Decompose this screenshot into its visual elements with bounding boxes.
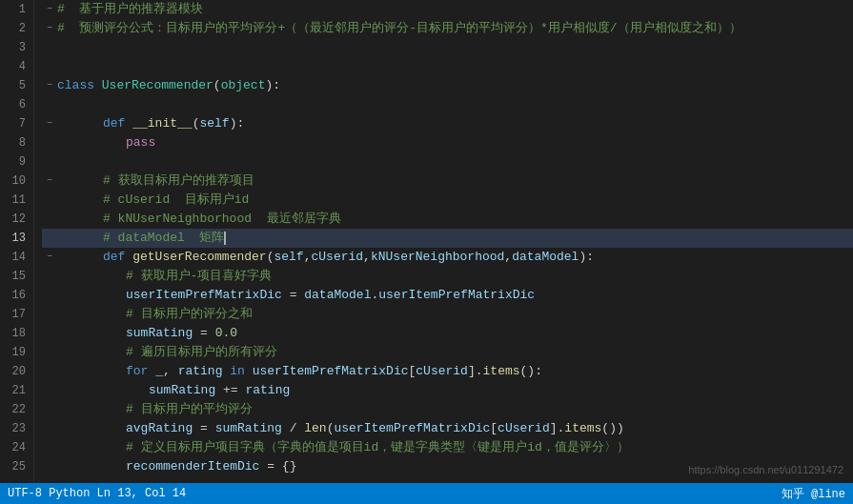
line-number-13: 13 <box>8 229 26 248</box>
code-line-12: # kNUserNeighborhood 最近邻居字典 <box>42 210 853 229</box>
watermark: https://blog.csdn.net/u011291472 <box>688 464 843 475</box>
code-line-15: # 获取用户-项目喜好字典 <box>42 267 853 286</box>
line-number-12: 12 <box>8 210 26 229</box>
code-content[interactable]: −# 基于用户的推荐器模块−# 预测评分公式：目标用户的平均评分+（（最近邻用户… <box>34 0 853 483</box>
token-fn: items <box>564 419 601 438</box>
code-line-24: # 定义目标用户项目字典（字典的值是项目id，键是字典类型〈键是用户id，值是评… <box>42 438 853 457</box>
line-number-2: 2 <box>8 19 26 38</box>
token-param: dataModel <box>512 248 579 267</box>
token-var: cUserid <box>498 419 550 438</box>
code-line-6 <box>42 95 853 114</box>
token-plain: , <box>363 248 371 267</box>
token-param: self <box>199 114 229 133</box>
token-num: 0.0 <box>215 324 237 343</box>
token-cm: # dataModel 矩阵 <box>103 229 224 248</box>
token-fn: __init__ <box>132 114 192 133</box>
token-cm: # kNUserNeighborhood 最近邻居字典 <box>103 210 341 229</box>
code-line-4 <box>42 57 853 76</box>
token-plain: ]. <box>468 362 483 381</box>
token-var: userItemPrefMatrixDic <box>253 362 409 381</box>
token-var: rating <box>245 381 290 400</box>
code-line-14: −def getUserRecommender(self,cUserid,kNU… <box>42 248 853 267</box>
token-var: avgRating <box>126 419 193 438</box>
token-plain: = <box>282 286 304 305</box>
token-kw: class <box>57 76 102 95</box>
status-left: UTF-8 Python Ln 13, Col 14 <box>8 487 186 500</box>
fold-gutter-2[interactable]: − <box>42 19 57 38</box>
status-bar: UTF-8 Python Ln 13, Col 14 知乎 @line <box>0 483 853 504</box>
code-line-21: sumRating += rating <box>42 381 853 400</box>
code-area: 1234567891011121314151617181920212223242… <box>0 0 853 483</box>
token-cm: # 遍历目标用户的所有评分 <box>126 343 277 362</box>
token-plain: [ <box>409 362 416 381</box>
token-plain: , <box>504 248 512 267</box>
token-cm: # 预测评分公式：目标用户的平均评分+（（最近邻用户的评分-目标用户的平均评分）… <box>57 19 741 38</box>
token-plain: ]. <box>550 419 565 438</box>
fold-gutter-1[interactable]: − <box>42 0 57 19</box>
token-plain: , <box>304 248 312 267</box>
token-param: cUserid <box>312 248 364 267</box>
token-var: dataModel <box>304 286 371 305</box>
token-param: self <box>274 248 303 267</box>
code-line-5: −class UserRecommender(object): <box>42 76 853 95</box>
line-number-19: 19 <box>8 343 26 362</box>
token-plain: ): <box>230 114 245 133</box>
fold-gutter-10[interactable]: − <box>42 171 57 191</box>
line-number-24: 24 <box>8 438 26 457</box>
token-plain: ( <box>213 76 221 95</box>
fold-gutter-14[interactable]: − <box>42 248 57 267</box>
fold-gutter-7[interactable]: − <box>42 114 57 133</box>
token-plain: += <box>215 381 245 400</box>
line-number-5: 5 <box>8 76 26 95</box>
line-number-23: 23 <box>8 419 26 438</box>
token-cm: # 基于用户的推荐器模块 <box>57 0 203 19</box>
token-plain: ): <box>265 76 280 95</box>
token-kw2: pass <box>126 133 155 152</box>
code-line-19: # 遍历目标用户的所有评分 <box>42 343 853 362</box>
line-number-3: 3 <box>8 38 26 57</box>
token-var: cUserid <box>416 362 468 381</box>
line-number-22: 22 <box>8 400 26 419</box>
token-var: _ <box>155 362 163 381</box>
token-var: userItemPrefMatrixDic <box>334 419 490 438</box>
token-fn: items <box>483 362 520 381</box>
token-plain: ( <box>267 248 274 267</box>
code-line-2: −# 预测评分公式：目标用户的平均评分+（（最近邻用户的评分-目标用户的平均评分… <box>42 19 853 38</box>
line-number-9: 9 <box>8 152 26 171</box>
token-cls: UserRecommender <box>102 76 213 95</box>
token-builtin: object <box>221 76 266 95</box>
token-var: recommenderItemDic <box>126 457 259 476</box>
token-cm: # 目标用户的评分之和 <box>126 305 253 324</box>
code-line-8: pass <box>42 133 853 152</box>
code-line-23: avgRating = sumRating / len(userItemPref… <box>42 419 853 438</box>
line-number-20: 20 <box>8 362 26 381</box>
token-plain: ( <box>193 114 200 133</box>
token-fn: getUserRecommender <box>132 248 266 267</box>
line-number-17: 17 <box>8 305 26 324</box>
code-line-17: # 目标用户的评分之和 <box>42 305 853 324</box>
token-param: kNUserNeighborhood <box>371 248 504 267</box>
token-fn: len <box>304 419 326 438</box>
token-kw: def <box>103 248 132 267</box>
token-plain: ()) <box>601 419 623 438</box>
line-number-25: 25 <box>8 457 26 476</box>
code-line-7: −def __init__(self): <box>42 114 853 133</box>
line-number-10: 10 <box>8 171 26 191</box>
fold-gutter-5[interactable]: − <box>42 76 57 95</box>
code-line-10: −# 获取目标用户的推荐项目 <box>42 171 853 191</box>
code-line-16: userItemPrefMatrixDic = dataModel.userIt… <box>42 286 853 305</box>
token-plain: ( <box>327 419 335 438</box>
token-cm: # cUserid 目标用户id <box>103 191 249 210</box>
token-var: sumRating <box>149 381 215 400</box>
line-number-6: 6 <box>8 95 26 114</box>
code-line-20: for _, rating in userItemPrefMatrixDic[c… <box>42 362 853 381</box>
token-var: userItemPrefMatrixDic <box>378 286 535 305</box>
token-kw: def <box>103 114 132 133</box>
token-plain: . <box>371 286 378 305</box>
line-number-18: 18 <box>8 324 26 343</box>
token-plain: / <box>282 419 304 438</box>
line-number-21: 21 <box>8 381 26 400</box>
code-line-1: −# 基于用户的推荐器模块 <box>42 0 853 19</box>
token-var: sumRating <box>215 419 282 438</box>
token-cm: # 定义目标用户项目字典（字典的值是项目id，键是字典类型〈键是用户id，值是评… <box>126 438 629 457</box>
